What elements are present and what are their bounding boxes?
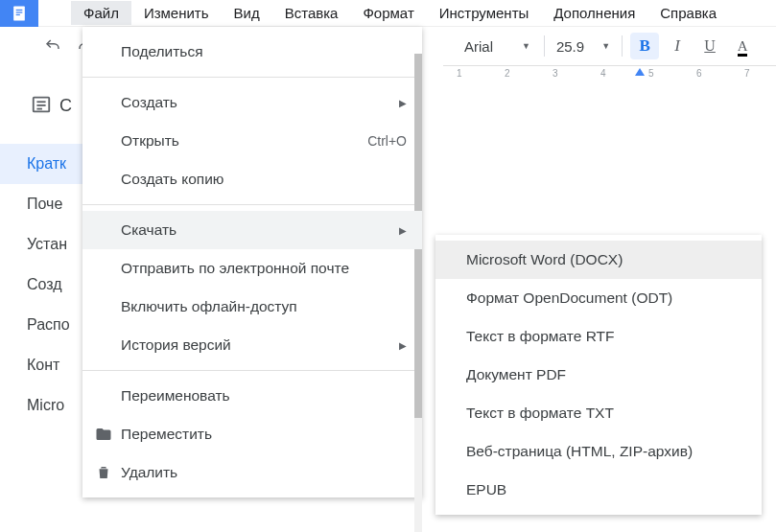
outline-letter: С <box>59 96 72 116</box>
dropdown-caret-icon: ▼ <box>522 41 530 51</box>
folder-icon <box>94 425 113 444</box>
menu-item-move[interactable]: Переместить <box>82 415 422 453</box>
font-size-value: 25.9 <box>556 38 584 55</box>
outline-item[interactable]: Устан <box>0 224 82 265</box>
menu-item-download[interactable]: Скачать▶ <box>82 211 422 249</box>
menu-item-email[interactable]: Отправить по электронной почте <box>82 249 422 288</box>
outline-item[interactable]: Созд <box>0 265 82 305</box>
menubar: Файл Изменить Вид Вставка Формат Инструм… <box>0 0 776 27</box>
font-family-select[interactable]: Arial ▼ <box>459 36 536 57</box>
menu-insert[interactable]: Вставка <box>272 1 351 25</box>
menu-divider <box>82 370 422 371</box>
download-submenu: Microsoft Word (DOCX) Формат OpenDocumen… <box>435 235 762 515</box>
outline-item[interactable]: Micro <box>0 385 82 426</box>
menu-item-copy[interactable]: Создать копию <box>82 160 422 198</box>
menu-item-new[interactable]: Создать▶ <box>82 83 422 122</box>
submenu-item-html[interactable]: Веб-страница (HTML, ZIP-архив) <box>435 432 762 471</box>
ruler-mark: 7 <box>744 68 750 79</box>
ruler-mark: 4 <box>600 68 606 79</box>
italic-button[interactable]: I <box>663 33 692 59</box>
submenu-arrow-icon: ▶ <box>399 98 407 108</box>
outline-item[interactable]: Поче <box>0 184 82 224</box>
indent-marker-icon[interactable] <box>635 68 645 76</box>
submenu-item-docx[interactable]: Microsoft Word (DOCX) <box>435 241 762 279</box>
menu-divider <box>82 204 422 205</box>
menu-divider <box>82 77 422 78</box>
trash-icon <box>94 463 113 482</box>
ruler-mark: 5 <box>648 68 654 79</box>
ruler-mark: 3 <box>553 68 558 79</box>
separator <box>544 35 545 57</box>
submenu-item-odt[interactable]: Формат OpenDocument (ODT) <box>435 279 762 317</box>
ruler-mark: 6 <box>696 68 702 79</box>
horizontal-ruler[interactable]: 1 2 3 4 5 6 7 <box>443 65 776 81</box>
undo-button[interactable] <box>38 33 67 59</box>
outline-item[interactable]: Распо <box>0 305 82 345</box>
separator <box>622 35 623 57</box>
svg-rect-2 <box>16 12 23 12</box>
submenu-item-txt[interactable]: Текст в формате TXT <box>435 394 762 432</box>
text-color-button[interactable]: A <box>728 33 757 59</box>
underline-button[interactable]: U <box>695 33 724 59</box>
docs-logo[interactable] <box>0 0 38 27</box>
menu-format[interactable]: Формат <box>350 1 426 25</box>
ruler-mark: 1 <box>457 68 462 79</box>
menu-item-offline[interactable]: Включить офлайн-доступ <box>82 288 422 326</box>
outline-pane: С Кратк Поче Устан Созд Распо Конт Micro <box>0 81 82 426</box>
svg-rect-0 <box>13 6 25 20</box>
keyboard-shortcut: Ctrl+O <box>367 133 407 149</box>
outline-item[interactable]: Кратк <box>0 144 82 184</box>
menu-edit[interactable]: Изменить <box>131 1 222 25</box>
outline-item[interactable]: Конт <box>0 345 82 385</box>
menu-addons[interactable]: Дополнения <box>541 1 647 25</box>
menu-item-rename[interactable]: Переименовать <box>82 377 422 415</box>
svg-rect-1 <box>16 9 23 10</box>
outline-toggle-icon[interactable] <box>27 90 56 119</box>
submenu-item-epub[interactable]: EPUB <box>435 471 762 509</box>
submenu-item-pdf[interactable]: Документ PDF <box>435 356 762 394</box>
menu-help[interactable]: Справка <box>647 1 729 25</box>
menu-tools[interactable]: Инструменты <box>427 1 542 25</box>
menu-view[interactable]: Вид <box>222 1 272 25</box>
file-menu-dropdown: Поделиться Создать▶ ОткрытьCtrl+O Создат… <box>82 27 422 497</box>
bold-button[interactable]: B <box>630 33 659 59</box>
dropdown-caret-icon: ▼ <box>601 41 610 51</box>
submenu-arrow-icon: ▶ <box>399 225 407 236</box>
ruler-mark: 2 <box>505 68 510 79</box>
menu-item-history[interactable]: История версий▶ <box>82 326 422 364</box>
submenu-arrow-icon: ▶ <box>399 340 407 351</box>
menu-item-share[interactable]: Поделиться <box>82 33 422 71</box>
menu-item-open[interactable]: ОткрытьCtrl+O <box>82 122 422 160</box>
svg-rect-3 <box>16 13 20 14</box>
submenu-item-rtf[interactable]: Текст в формате RTF <box>435 317 762 356</box>
font-size-select[interactable]: 25.9 ▼ <box>553 36 614 57</box>
menu-item-delete[interactable]: Удалить <box>82 453 422 492</box>
font-family-value: Arial <box>464 38 493 55</box>
menu-file[interactable]: Файл <box>71 1 131 25</box>
